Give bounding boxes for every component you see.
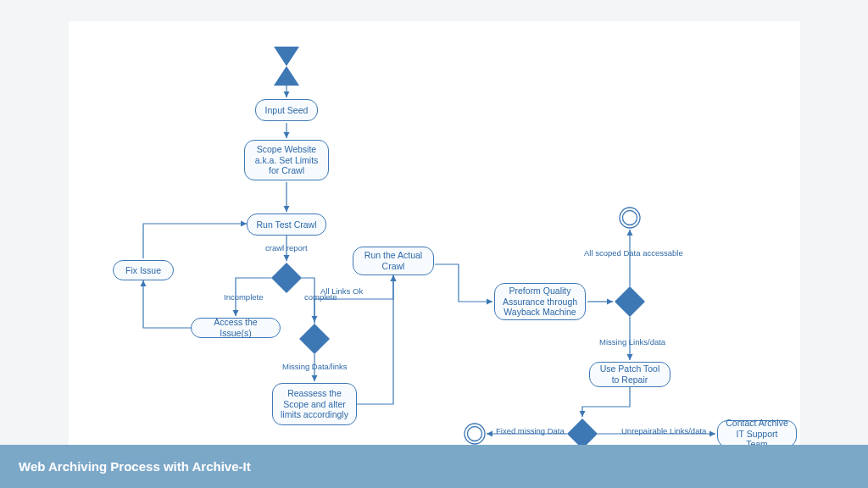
label-all-scoped-accessible: All scoped Data accessable (584, 248, 683, 258)
edge-fix-to-testcrawl (143, 224, 247, 258)
decision-crawl-report (271, 263, 302, 293)
svg-point-3 (623, 211, 637, 225)
decision-quality (615, 286, 645, 317)
label-unrepairable: Unrepairable Links/data (621, 426, 706, 435)
node-contact-support: Contact Archive IT Support Team (717, 420, 797, 447)
node-use-patch-tool: Use Patch Tool to Repair (589, 362, 670, 387)
end-event-top (620, 208, 640, 228)
label-missing-data-links: Missing Data/links (282, 362, 348, 371)
node-access-issues: Access the Issue(s) (191, 318, 281, 338)
edge-actual-to-qa (435, 264, 492, 302)
node-run-actual-crawl: Run the Actual Crawl (353, 247, 434, 275)
node-reassess-scope: Reassess the Scope and alter limits acco… (272, 383, 357, 425)
decision-repair (567, 419, 598, 445)
label-missing-links-data: Missing Links/data (599, 337, 665, 347)
start-event-icon (274, 47, 299, 86)
node-quality-assurance: Preform Quality Assurance through Waybac… (494, 283, 586, 320)
diagram-canvas: Input Seed Scope Website a.k.a. Set Limi… (69, 21, 800, 445)
diagram-svg (69, 21, 800, 445)
end-event-left (465, 424, 485, 444)
edge-patch-to-decision4 (582, 387, 630, 417)
label-crawl-report: crawl report (265, 243, 308, 252)
node-fix-issue: Fix Issue (113, 260, 174, 280)
svg-marker-1 (274, 66, 299, 86)
label-incomplete: Incomplete (224, 292, 263, 302)
label-all-links-ok: All Links Ok (320, 286, 363, 296)
node-scope-website: Scope Website a.k.a. Set Limits for Craw… (244, 140, 329, 180)
svg-marker-0 (274, 47, 299, 66)
label-fixed-missing-data: Fixed missing Data (496, 426, 565, 435)
footer-title: Web Archiving Process with Archive-It (19, 459, 251, 474)
edge-access-to-fix (143, 280, 192, 328)
decision-links-check (299, 324, 330, 354)
svg-point-5 (468, 427, 482, 441)
footer-bar: Web Archiving Process with Archive-It (0, 445, 868, 488)
node-input-seed: Input Seed (255, 99, 318, 121)
node-run-test-crawl: Run Test Crawl (247, 214, 326, 236)
